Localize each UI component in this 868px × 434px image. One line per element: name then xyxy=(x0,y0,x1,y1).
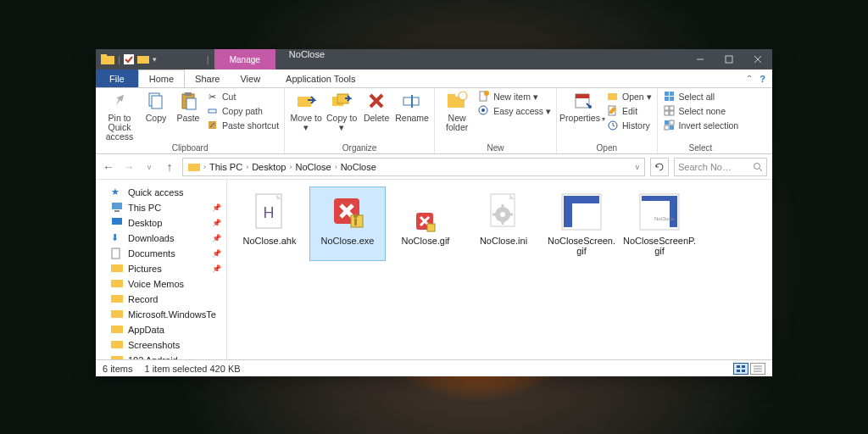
maximize-button[interactable] xyxy=(715,49,743,70)
history-icon xyxy=(606,119,619,131)
group-label: Clipboard xyxy=(101,143,279,153)
open-button[interactable]: Open ▾ xyxy=(606,90,652,103)
breadcrumb-desktop[interactable]: Desktop xyxy=(252,162,286,172)
delete-button[interactable]: Delete xyxy=(361,90,392,123)
sidebar-item-mswinterm[interactable]: Microsoft.WindowsTe xyxy=(99,307,223,322)
edit-icon xyxy=(606,104,619,117)
file-label: NoCloseScreen.gif xyxy=(545,236,618,256)
open-icon xyxy=(606,90,619,103)
sidebar-item-quickaccess[interactable]: ★Quick access xyxy=(99,185,223,200)
group-label: New xyxy=(440,143,551,153)
address-bar[interactable]: › This PC › Desktop › NoClose › NoClose … xyxy=(182,158,645,176)
sidebar-item-android[interactable]: 102 Android xyxy=(99,353,223,359)
sidebar-item-documents[interactable]: Documents📌 xyxy=(99,246,223,261)
svg-point-67 xyxy=(353,214,358,219)
breadcrumb-thispc[interactable]: This PC xyxy=(209,162,242,172)
search-input[interactable]: Search No… xyxy=(674,158,767,176)
easy-access-button[interactable]: Easy access ▾ xyxy=(477,104,551,117)
pin-icon: 📌 xyxy=(212,264,221,273)
tab-view[interactable]: View xyxy=(230,70,270,87)
select-all-button[interactable]: Select all xyxy=(663,90,739,103)
tab-home[interactable]: Home xyxy=(138,70,185,87)
delete-x-icon xyxy=(365,90,387,112)
minimize-button[interactable] xyxy=(686,49,715,70)
group-label: Organize xyxy=(290,143,429,153)
svg-rect-41 xyxy=(670,111,674,115)
sidebar-item-appdata[interactable]: AppData xyxy=(99,322,223,337)
new-folder-button[interactable]: New folder xyxy=(440,90,474,132)
file-item[interactable]: NoClose.gif xyxy=(387,186,464,261)
up-button[interactable]: ↑ xyxy=(162,160,177,174)
file-label: NoClose.exe xyxy=(321,236,375,246)
properties-icon xyxy=(571,90,593,112)
copy-button[interactable]: Copy xyxy=(142,90,170,123)
sidebar-item-pictures[interactable]: Pictures📌 xyxy=(99,261,223,276)
folder-small-icon[interactable] xyxy=(137,54,149,64)
paste-button[interactable]: Paste xyxy=(174,90,203,123)
ribbon: Pin to Quick access Copy Paste ✂Cut Copy… xyxy=(96,88,772,154)
edit-button[interactable]: Edit xyxy=(606,104,652,117)
view-details-button[interactable] xyxy=(750,363,765,375)
pin-icon: 📌 xyxy=(212,249,221,258)
invert-selection-button[interactable]: Invert selection xyxy=(663,119,739,131)
tab-file[interactable]: File xyxy=(96,70,138,87)
svg-point-28 xyxy=(481,108,485,112)
context-tab-label: Manage xyxy=(230,55,260,64)
file-item[interactable]: NoClose.ini xyxy=(465,186,542,261)
files-area[interactable]: H NoClose.ahk NoClose.exe NoClose.gif No… xyxy=(227,180,772,359)
close-button[interactable] xyxy=(743,49,772,70)
copy-path-button[interactable]: Copy path xyxy=(206,104,279,117)
tab-application-tools[interactable]: Application Tools xyxy=(275,70,365,87)
paste-shortcut-button[interactable]: Paste shortcut xyxy=(206,119,279,131)
properties-button[interactable]: Properties▾ xyxy=(562,90,603,124)
back-button[interactable]: ← xyxy=(101,160,116,174)
file-item[interactable]: NoClose.exe xyxy=(309,186,386,261)
move-to-button[interactable]: Move to ▾ xyxy=(290,90,322,132)
svg-rect-86 xyxy=(737,365,740,368)
quick-access-toolbar: | ▾ | xyxy=(96,53,214,65)
recent-dropdown[interactable]: v xyxy=(142,163,157,171)
chevron-up-icon[interactable]: ⌃ xyxy=(746,74,753,83)
history-button[interactable]: History xyxy=(606,119,652,131)
chevron-down-icon[interactable]: ▾ xyxy=(153,55,157,64)
context-tab-manage[interactable]: Manage xyxy=(214,49,275,70)
group-label: Open xyxy=(562,143,652,153)
titlebar: | ▾ | Manage NoClose xyxy=(96,49,772,70)
pin-icon: 📌 xyxy=(212,219,221,227)
svg-rect-89 xyxy=(742,370,745,372)
sidebar-item-voicememos[interactable]: Voice Memos xyxy=(99,276,223,292)
svg-point-30 xyxy=(588,105,592,108)
breadcrumb-noclose[interactable]: NoClose xyxy=(295,162,331,172)
refresh-button[interactable] xyxy=(650,158,669,176)
svg-rect-15 xyxy=(298,97,311,107)
view-toggle xyxy=(733,363,765,375)
folder-icon xyxy=(111,309,123,320)
sidebar-item-record[interactable]: Record xyxy=(99,292,223,307)
folder-icon xyxy=(111,293,123,305)
sidebar-item-downloads[interactable]: ⬇Downloads📌 xyxy=(99,231,223,246)
pin-quickaccess-button[interactable]: Pin to Quick access xyxy=(101,90,138,142)
view-large-icons-button[interactable] xyxy=(733,363,748,375)
pin-icon xyxy=(108,90,131,112)
cut-button[interactable]: ✂Cut xyxy=(206,90,279,103)
tab-share[interactable]: Share xyxy=(185,70,230,87)
svg-rect-34 xyxy=(665,92,669,96)
check-icon[interactable] xyxy=(124,54,134,64)
select-none-button[interactable]: Select none xyxy=(663,104,739,117)
copy-to-button[interactable]: Copy to ▾ xyxy=(326,90,358,132)
file-item[interactable]: NoClose NoCloseScreenP.gif xyxy=(621,186,698,261)
window-controls xyxy=(686,49,772,70)
chevron-down-icon[interactable]: v xyxy=(636,163,640,171)
sidebar-item-desktop[interactable]: Desktop📌 xyxy=(99,215,223,231)
new-item-button[interactable]: New item ▾ xyxy=(477,90,551,103)
file-item[interactable]: H NoClose.ahk xyxy=(231,186,308,261)
help-icon[interactable]: ? xyxy=(760,74,765,84)
rename-button[interactable]: Rename xyxy=(395,90,429,123)
sidebar-item-screenshots[interactable]: Screenshots xyxy=(99,337,223,353)
forward-button[interactable]: → xyxy=(121,160,136,174)
sidebar-item-thispc[interactable]: This PC📌 xyxy=(99,200,223,215)
pin-icon: 📌 xyxy=(212,203,221,212)
file-item[interactable]: NoCloseScreen.gif xyxy=(543,186,620,261)
doc-icon xyxy=(111,248,123,259)
breadcrumb-noclose2[interactable]: NoClose xyxy=(341,162,376,172)
